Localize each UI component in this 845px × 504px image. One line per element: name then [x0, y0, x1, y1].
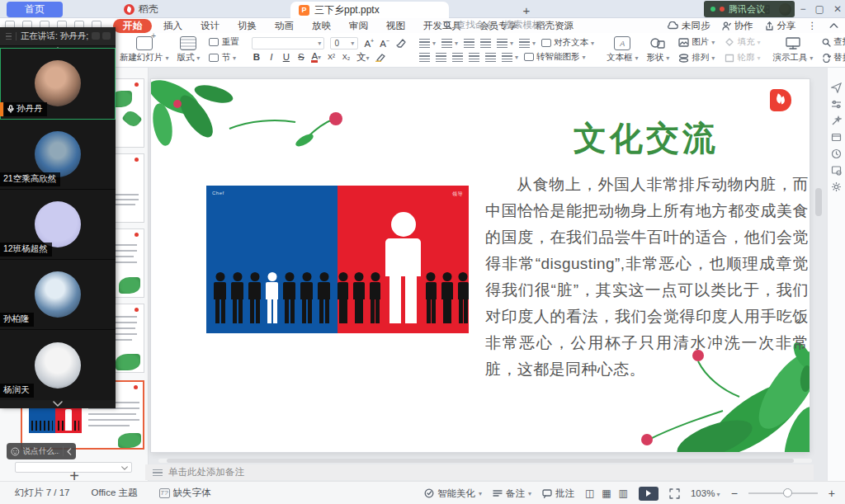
slide-7[interactable]: 文化交流 从食物上，外国人非常排斥动物内脏，而中国恰恰是能把动物身上所有地方都变… [151, 79, 810, 452]
share-button[interactable]: 分享 [765, 20, 796, 32]
layout-frame-icon[interactable] [831, 132, 842, 143]
zoom-slider[interactable] [748, 492, 818, 494]
section-button[interactable]: 节 ▾ [209, 52, 238, 64]
magic-wand-icon[interactable] [831, 115, 842, 126]
theme-name[interactable]: Office 主题 [91, 487, 137, 499]
horizontal-scrollbar[interactable] [158, 459, 812, 463]
participant-tile[interactable]: 孙柏隆 [0, 260, 116, 330]
docer-tab[interactable]: 稻壳 [116, 2, 167, 17]
text-direction-button[interactable]: ▾ [519, 39, 536, 48]
distribute-button[interactable] [485, 53, 496, 62]
fit-window-icon[interactable] [669, 488, 680, 499]
collapse-ribbon-icon[interactable] [829, 23, 838, 28]
sliders-icon[interactable] [831, 99, 842, 110]
columns-button[interactable]: ▾ [502, 53, 518, 62]
clear-format-icon[interactable] [395, 38, 406, 48]
bold-button[interactable]: B [252, 52, 261, 62]
italic-button[interactable]: I [267, 52, 276, 62]
participant-tile-active[interactable]: 孙丹丹 [0, 48, 116, 120]
tab-animation[interactable]: 动画 [266, 20, 303, 32]
text-box-button[interactable]: A 文本框 ▾ [602, 35, 642, 64]
tab-slideshow[interactable]: 放映 [303, 20, 340, 32]
tab-view[interactable]: 视图 [377, 20, 414, 32]
slide-sorter-view-button[interactable]: ▦ [602, 488, 611, 499]
close-button[interactable]: ✕ [833, 3, 842, 15]
command-search-input[interactable]: 查找命令、搜索模板 [443, 19, 542, 31]
strikethrough-button[interactable]: S [296, 52, 305, 62]
chat-input-placeholder[interactable]: 说点什么... [23, 446, 60, 457]
slide-title[interactable]: 文化交流 [539, 115, 753, 161]
justify-button[interactable] [469, 53, 479, 62]
tencent-meeting-badge[interactable]: 腾讯会议 [704, 1, 795, 17]
tab-home[interactable]: 开始 [113, 19, 152, 33]
emoji-icon[interactable] [11, 447, 20, 456]
arrange-button[interactable]: 排列▾ [678, 52, 715, 64]
maximize-button[interactable]: ▢ [815, 3, 824, 15]
align-text-button[interactable]: 对齐文本▾ [541, 37, 594, 49]
underline-button[interactable]: U [281, 52, 290, 62]
slideshow-play-button[interactable] [639, 487, 659, 501]
meeting-speaking-bar[interactable]: 正在讲话: 孙丹丹; [0, 27, 116, 46]
superscript-button[interactable]: X² [327, 53, 336, 61]
zoom-level-select[interactable]: 103% ▾ [691, 488, 720, 498]
tab-transition[interactable]: 切换 [229, 20, 266, 32]
zoom-slider-knob[interactable] [783, 488, 792, 497]
align-left-button[interactable] [419, 53, 430, 62]
gear-icon[interactable] [831, 181, 842, 192]
participant-tile[interactable]: 12班杨超然 [0, 190, 116, 260]
picture-button[interactable]: 图片▾ [678, 36, 715, 48]
comments-button[interactable]: 批注 [542, 488, 574, 500]
font-color-button[interactable]: A▾ [311, 51, 321, 63]
sync-status-button[interactable]: 未同步 [667, 20, 710, 32]
new-tab-button[interactable]: + [518, 2, 535, 18]
increase-font-icon[interactable]: A+ [364, 38, 374, 49]
tab-insert[interactable]: 插入 [154, 20, 191, 32]
zoom-in-button[interactable]: + [828, 487, 835, 500]
paper-plane-icon[interactable] [831, 82, 842, 93]
vertical-scrollbar[interactable] [815, 188, 822, 216]
minimize-button[interactable]: − [800, 3, 806, 15]
decrease-font-icon[interactable]: A− [380, 38, 389, 49]
replace-button[interactable]: 替换▾ [822, 52, 845, 64]
layout-button[interactable]: 版式 ▾ [172, 35, 204, 64]
participant-tile[interactable]: 杨润天 [0, 330, 116, 400]
numbered-list-button[interactable]: ▾ [441, 39, 458, 48]
text-effects-button[interactable]: 文▾ [356, 51, 370, 64]
meeting-chat-bubble[interactable]: 说点什么... [7, 443, 76, 459]
tab-design[interactable]: 设计 [191, 20, 229, 32]
to-smart-diagram-button[interactable]: 转智能图形▾ [524, 51, 586, 63]
reset-button[interactable]: 重置 [209, 36, 238, 48]
more-menu-button[interactable]: ⋮ [808, 20, 819, 31]
align-right-button[interactable] [452, 53, 463, 62]
decrease-indent-button[interactable] [464, 39, 474, 48]
shapes-button[interactable]: 形状 ▾ [642, 35, 673, 64]
home-button[interactable]: 首页 [7, 2, 63, 17]
meeting-window-buttons[interactable] [92, 32, 111, 40]
expand-participants-icon[interactable] [53, 401, 64, 407]
beautify-button[interactable]: 智能美化▾ [424, 488, 482, 500]
notes-bar[interactable]: 单击此处添加备注 [145, 464, 814, 480]
slide-body-text[interactable]: 从食物上，外国人非常排斥动物内脏，而中国恰恰是能把动物身上所有地方都变成美食的国… [485, 172, 809, 383]
culture-comparison-image[interactable]: Chef 领导 [206, 186, 469, 333]
missing-font-warning[interactable]: T? 缺失字体 [159, 487, 211, 499]
subscript-button[interactable]: X₂ [342, 53, 351, 61]
participant-tile[interactable]: 21空乘高欣然 [0, 120, 116, 190]
line-spacing-button[interactable]: ▾ [497, 39, 513, 48]
document-tab[interactable]: P 三下乡ppt.pptx [290, 2, 449, 18]
new-slide-button[interactable]: 新建幻灯片 ▾ [116, 35, 172, 64]
bullet-list-button[interactable]: ▾ [419, 39, 436, 48]
image-settings-icon[interactable] [831, 165, 842, 176]
find-button[interactable]: 查找 [822, 36, 845, 48]
collapse-chat-icon[interactable] [67, 448, 72, 455]
font-size-select[interactable]: 0▾ [330, 37, 358, 49]
increase-indent-button[interactable] [480, 39, 491, 48]
presentation-tools-button[interactable]: 演示工具 ▾ [768, 35, 817, 64]
tab-review[interactable]: 审阅 [340, 20, 377, 32]
tencent-meeting-overlay[interactable]: 正在讲话: 孙丹丹; 孙丹丹 21空乘高欣然 12班杨超然 孙柏隆 杨润天 [0, 27, 116, 408]
font-name-select[interactable]: ▾ [252, 37, 324, 49]
highlight-color-icon[interactable] [375, 53, 386, 62]
normal-view-button[interactable]: ◫ [585, 488, 594, 499]
drag-handle-icon[interactable] [6, 33, 12, 40]
align-center-button[interactable] [436, 53, 446, 62]
collaborate-button[interactable]: 协作 [722, 20, 753, 32]
